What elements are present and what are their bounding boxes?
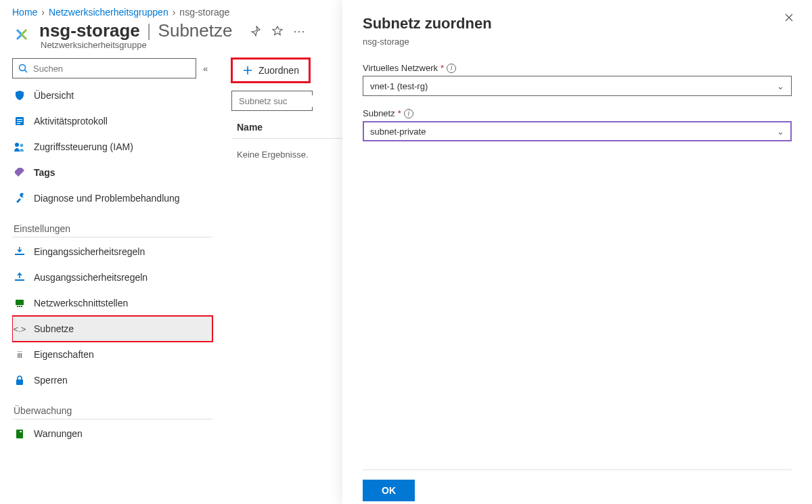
subnet-search-input[interactable]	[231, 91, 313, 111]
svg-rect-10	[16, 300, 24, 305]
left-nav: « Übersicht Aktivitätsprotokoll Zugriffs…	[12, 50, 215, 486]
nav-item-outbound-rules[interactable]: Ausgangssicherheitsregeln	[12, 265, 212, 290]
nav-item-overview[interactable]: Übersicht	[12, 83, 212, 108]
svg-rect-4	[17, 121, 22, 122]
tag-icon	[14, 166, 26, 179]
svg-rect-12	[19, 306, 20, 307]
breadcrumb-current: nsg-storage	[179, 7, 229, 18]
vnet-dropdown[interactable]: vnet-1 (test-rg) ⌄	[363, 76, 792, 96]
required-asterisk: *	[398, 108, 401, 118]
svg-rect-16	[20, 431, 22, 432]
nav-item-subnets[interactable]: <.> Subnetze	[12, 316, 212, 342]
close-icon[interactable]	[784, 12, 797, 26]
chevron-down-icon: ⌄	[777, 127, 784, 137]
svg-point-0	[20, 65, 26, 71]
nav-item-nics[interactable]: Netzwerkschnittstellen	[12, 290, 212, 316]
nav-item-tags[interactable]: Tags	[12, 160, 212, 185]
log-icon	[14, 115, 26, 127]
nav-group-settings: Einstellungen	[14, 223, 212, 234]
nav-search-field[interactable]	[32, 63, 190, 74]
chevron-right-icon: ›	[173, 7, 176, 18]
panel-subtitle: nsg-storage	[363, 37, 792, 47]
outbound-icon	[14, 271, 26, 283]
svg-point-6	[15, 143, 19, 147]
page-title-sep: |	[147, 20, 152, 41]
alerts-icon	[14, 428, 26, 440]
subnet-icon: <.>	[14, 323, 26, 335]
nav-item-locks[interactable]: Sperren	[12, 367, 212, 393]
star-icon[interactable]	[271, 25, 284, 37]
nic-icon	[14, 297, 26, 309]
vnet-label: Virtuelles Netzwerk	[363, 63, 438, 73]
subnet-label: Subnetz	[363, 108, 395, 118]
inbound-icon	[14, 246, 26, 258]
subnet-dropdown-value: subnet-private	[370, 127, 426, 137]
subnet-search-field[interactable]	[238, 95, 354, 107]
vnet-dropdown-value: vnet-1 (test-rg)	[370, 81, 428, 91]
lock-icon	[14, 374, 26, 386]
divider	[12, 237, 212, 237]
svg-rect-13	[21, 306, 22, 307]
associate-button[interactable]: Zuordnen	[231, 58, 310, 83]
panel-title: Subnetz zuordnen	[363, 15, 792, 32]
svg-point-7	[20, 144, 24, 147]
nav-search-input[interactable]	[12, 58, 196, 78]
nav-item-diagnose[interactable]: Diagnose und Problembehandlung	[12, 185, 212, 211]
divider	[12, 419, 212, 419]
plus-icon	[242, 65, 253, 76]
people-icon	[14, 141, 26, 153]
page-subtitle: Netzwerksicherheitsgruppe	[41, 40, 305, 50]
subnet-dropdown[interactable]: subnet-private ⌄	[363, 121, 792, 141]
svg-rect-11	[17, 306, 18, 307]
svg-rect-9	[15, 279, 24, 281]
svg-rect-8	[15, 254, 24, 255]
info-icon[interactable]: i	[404, 109, 413, 118]
pin-icon[interactable]	[250, 25, 262, 37]
chevron-down-icon: ⌄	[777, 81, 784, 91]
ok-button[interactable]: OK	[363, 480, 415, 501]
properties-icon: ⅲ	[14, 348, 26, 361]
nav-item-properties[interactable]: ⅲ Eigenschaften	[12, 342, 212, 367]
page-title-name: nsg-storage	[39, 20, 140, 41]
info-icon[interactable]: i	[447, 64, 456, 73]
svg-rect-14	[16, 380, 23, 385]
nav-group-monitoring: Überwachung	[14, 405, 212, 416]
collapse-nav-icon[interactable]: «	[203, 64, 215, 74]
required-asterisk: *	[441, 63, 444, 73]
svg-line-1	[25, 70, 28, 73]
nsg-resource-icon	[12, 27, 31, 46]
nav-item-inbound-rules[interactable]: Eingangssicherheitsregeln	[12, 239, 212, 265]
nav-item-activity-log[interactable]: Aktivitätsprotokoll	[12, 108, 212, 134]
more-icon[interactable]: ···	[293, 24, 305, 39]
chevron-right-icon: ›	[41, 7, 45, 18]
associate-subnet-panel: Subnetz zuordnen nsg-storage Virtuelles …	[342, 0, 812, 504]
associate-button-label: Zuordnen	[258, 65, 299, 76]
wrench-icon	[14, 192, 26, 204]
shield-icon	[14, 89, 26, 101]
svg-rect-5	[17, 123, 20, 124]
svg-rect-3	[17, 119, 22, 120]
page-title-section: Subnetze	[158, 20, 233, 41]
nav-item-iam[interactable]: Zugriffssteuerung (IAM)	[12, 134, 212, 160]
nav-item-alerts[interactable]: Warnungen	[12, 421, 212, 446]
svg-rect-15	[16, 430, 23, 438]
breadcrumb-home[interactable]: Home	[12, 7, 37, 18]
breadcrumb-nsgs[interactable]: Netzwerksicherheitsgruppen	[49, 7, 168, 18]
